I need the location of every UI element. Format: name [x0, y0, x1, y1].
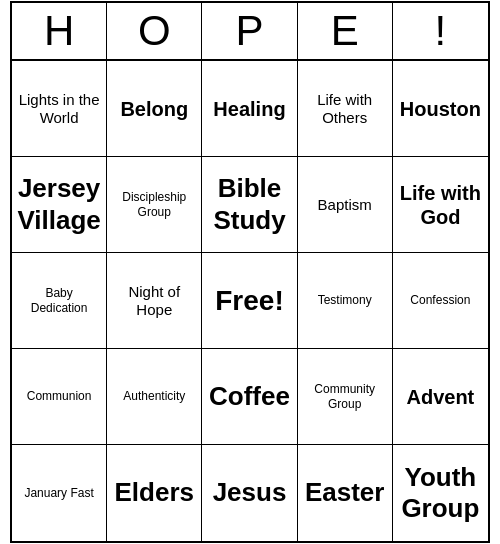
cell-text: Youth Group — [397, 462, 484, 524]
cell-text: Jersey Village — [16, 173, 102, 235]
cell-text: Baby Dedication — [16, 286, 102, 315]
cell-text: Easter — [305, 477, 385, 508]
cell-text: Community Group — [302, 382, 388, 411]
bingo-cell: Advent — [393, 349, 488, 445]
bingo-cell: Healing — [202, 61, 297, 157]
cell-text: Belong — [120, 97, 188, 121]
bingo-cell: Life with Others — [298, 61, 393, 157]
bingo-cell: Jesus — [202, 445, 297, 541]
bingo-cell: Bible Study — [202, 157, 297, 253]
bingo-cell: Elders — [107, 445, 202, 541]
bingo-cell: Belong — [107, 61, 202, 157]
bingo-cell: Baby Dedication — [12, 253, 107, 349]
bingo-cell: January Fast — [12, 445, 107, 541]
cell-text: Authenticity — [123, 389, 185, 403]
bingo-cell: Night of Hope — [107, 253, 202, 349]
bingo-cell: Lights in the World — [12, 61, 107, 157]
bingo-cell: Confession — [393, 253, 488, 349]
cell-text: Free! — [215, 284, 283, 318]
bingo-cell: Coffee — [202, 349, 297, 445]
bingo-grid: Lights in the WorldBelongHealingLife wit… — [12, 61, 488, 541]
cell-text: Lights in the World — [16, 91, 102, 127]
cell-text: Houston — [400, 97, 481, 121]
header-letter: P — [202, 3, 297, 59]
cell-text: Healing — [213, 97, 285, 121]
cell-text: Advent — [406, 385, 474, 409]
cell-text: Coffee — [209, 381, 290, 412]
cell-text: Discipleship Group — [111, 190, 197, 219]
header-letter: E — [298, 3, 393, 59]
bingo-cell: Authenticity — [107, 349, 202, 445]
header-letter: O — [107, 3, 202, 59]
cell-text: Confession — [410, 293, 470, 307]
bingo-cell: Baptism — [298, 157, 393, 253]
bingo-cell: Community Group — [298, 349, 393, 445]
bingo-cell: Jersey Village — [12, 157, 107, 253]
cell-text: Life with God — [397, 181, 484, 229]
bingo-cell: Testimony — [298, 253, 393, 349]
cell-text: Baptism — [318, 196, 372, 214]
bingo-cell: Communion — [12, 349, 107, 445]
bingo-cell: Discipleship Group — [107, 157, 202, 253]
cell-text: January Fast — [24, 486, 93, 500]
bingo-cell: Youth Group — [393, 445, 488, 541]
cell-text: Jesus — [213, 477, 287, 508]
bingo-cell: Houston — [393, 61, 488, 157]
cell-text: Elders — [115, 477, 195, 508]
bingo-cell: Free! — [202, 253, 297, 349]
cell-text: Night of Hope — [111, 283, 197, 319]
header-letter: H — [12, 3, 107, 59]
bingo-header: HOPE! — [12, 3, 488, 61]
cell-text: Bible Study — [206, 173, 292, 235]
bingo-cell: Easter — [298, 445, 393, 541]
cell-text: Communion — [27, 389, 92, 403]
cell-text: Life with Others — [302, 91, 388, 127]
cell-text: Testimony — [318, 293, 372, 307]
header-letter: ! — [393, 3, 488, 59]
bingo-card: HOPE! Lights in the WorldBelongHealingLi… — [10, 1, 490, 543]
bingo-cell: Life with God — [393, 157, 488, 253]
